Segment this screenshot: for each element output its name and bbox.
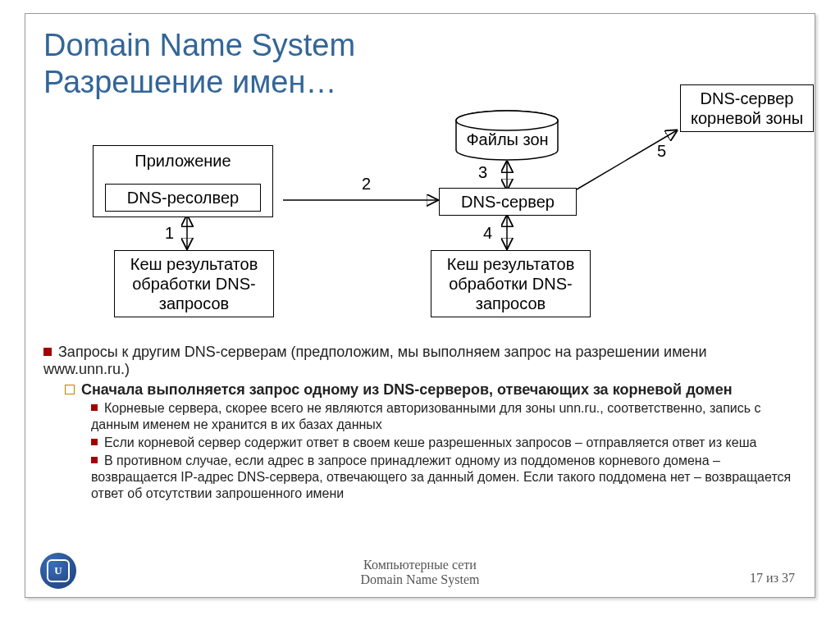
box-resolver: DNS-ресолвер [105,184,261,212]
title-line-2: Разрешение имен… [43,65,336,99]
page-number: 17 из 37 [750,571,795,586]
bullet-level1: Запросы к другим DNS-серверам (предполож… [43,344,797,378]
bullet-level3-b: Если корневой сервер содержит ответ в св… [91,435,797,451]
cache-left-label: Кеш результатов обработки DNS-запросов [130,255,258,312]
box-application: Приложение DNS-ресолвер [93,145,273,217]
bullet-level3-a: Корневые сервера, скорее всего не являют… [91,400,797,433]
dns-server-label: DNS-сервер [461,193,555,211]
resolver-label: DNS-ресолвер [127,189,239,207]
num-5: 5 [657,142,666,161]
diagram-area: Приложение DNS-ресолвер Кеш результатов … [43,107,797,337]
box-dns-server: DNS-сервер [439,188,577,216]
num-3: 3 [478,163,487,182]
cache-right-label: Кеш результатов обработки DNS-запросов [447,255,575,312]
box-cache-right: Кеш результатов обработки DNS-запросов [431,250,591,317]
title-line-1: Domain Name System [43,28,355,62]
footer-line-2: Domain Name System [361,572,480,586]
bullet-level3-c: В противном случае, если адрес в запросе… [91,453,797,502]
application-label: Приложение [100,151,266,171]
num-1: 1 [165,224,174,243]
box-root-server: DNS-сервер корневой зоны [680,84,814,132]
svg-point-1 [456,111,558,130]
bullet-level2: Сначала выполняется запрос одному из DNS… [65,381,797,399]
footer-line-1: Компьютерные сети [363,558,477,572]
box-cache-left: Кеш результатов обработки DNS-запросов [114,250,274,317]
root-server-label: DNS-сервер корневой зоны [691,89,803,127]
zone-files-label: Файлы зон [460,130,555,149]
num-2: 2 [362,175,371,194]
bullet-content: Запросы к другим DNS-серверам (предполож… [43,344,797,502]
slide-frame: Domain Name System Разрешение имен… [25,13,815,598]
footer: Компьютерные сети Domain Name System [25,558,815,587]
num-4: 4 [483,224,492,243]
